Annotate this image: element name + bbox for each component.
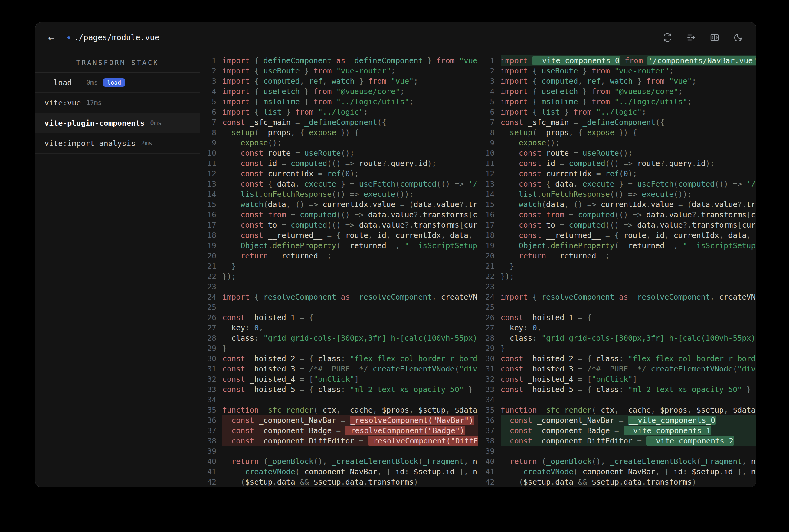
line-number: 17 [200,221,222,229]
line-number: 26 [200,313,222,322]
code-text: import { list } from "../logic"; [222,107,478,117]
modified-dot-icon [68,36,70,39]
transform-name: vite:import-analysis [44,139,135,148]
code-line: 23 [200,281,478,292]
code-line: 38 const _component_DiffEditor = _resolv… [200,436,478,446]
code-line: 29} [478,343,756,353]
code-line: 15 watch(data, () => currentIdx.value = … [200,199,478,209]
code-line: 15 watch(data, () => currentIdx.value = … [478,199,756,209]
transform-name: vite-plugin-components [44,119,145,128]
line-number: 10 [478,149,501,157]
line-number: 26 [478,313,501,322]
code-text: }); [501,271,756,281]
code-text: } [501,261,756,271]
line-number: 42 [200,478,222,486]
diff-word-highlight: _resolveComponent("NavBar") [350,416,474,425]
code-line: 8 setup(__props, { expose }) { [478,127,756,137]
code-line: 24import { resolveComponent as _resolveC… [478,292,756,302]
code-text: function _sfc_render(_ctx, _cache, $prop… [222,405,478,415]
code-text: const currentIdx = ref(0); [222,168,478,179]
code-text: import { computed, ref, watch } from "vu… [501,76,756,86]
code-text: const _sfc_main = _defineComponent({ [222,117,478,127]
code-text [501,302,756,312]
code-pane-before[interactable]: 1import { defineComponent as _defineComp… [200,53,478,487]
code-text: const id = computed(() => route?.query.i… [501,158,756,168]
code-text [222,395,478,405]
code-line: 25 [200,302,478,312]
code-line: 6import { list } from "../logic"; [200,107,478,117]
code-line: 39 [200,446,478,456]
code-text: watch(data, () => currentIdx.value = (da… [222,199,478,209]
code-text: const from = computed(() => data.value?.… [501,209,756,220]
line-number: 20 [200,251,222,260]
inline-diff-icon[interactable] [686,32,696,43]
inspector-window: ← ./pages/module.vue TRANSFORM STACK __l… [35,22,756,487]
code-line: 10 const route = useRoute(); [200,148,478,158]
transform-stack-item-vite-plugin-components[interactable]: vite-plugin-components0ms [35,113,200,133]
line-number: 1 [200,56,222,65]
code-text: const from = computed(() => data.value?.… [222,209,478,220]
code-text [501,446,756,456]
code-pane-after[interactable]: 1import __vite_components_0 from '/compo… [478,53,756,487]
transform-stack-item-vite-import-analysis[interactable]: vite:import-analysis2ms [35,133,200,154]
code-text: const to = computed(() => data.value?.tr… [501,220,756,230]
code-line: 30const _hoisted_2 = { class: "flex flex… [478,353,756,364]
code-line: 30const _hoisted_2 = { class: "flex flex… [200,353,478,364]
code-text: } [222,261,478,271]
code-line: 21 } [200,261,478,271]
line-number: 5 [200,97,222,106]
dark-mode-icon[interactable] [733,32,743,43]
line-number: 22 [478,272,501,281]
line-number: 34 [200,395,222,404]
split-view-icon[interactable] [710,32,720,43]
line-number: 10 [200,149,222,157]
line-number: 15 [200,200,222,209]
line-number: 42 [478,478,501,486]
line-number: 14 [478,190,501,198]
code-line: 17 const to = computed(() => data.value?… [478,220,756,230]
line-number: 4 [478,87,501,96]
code-line: 20 return __returned__; [478,251,756,261]
code-line: 39 [478,446,756,456]
code-text: key: 0, [222,323,478,333]
line-number: 37 [478,426,501,435]
refresh-icon[interactable] [662,32,673,43]
code-line: 9 expose(); [200,137,478,148]
code-text: const _hoisted_3 = /*#__PURE__*/_createE… [501,364,756,374]
code-text: const route = useRoute(); [501,148,756,158]
code-line: 42 ($setup.data && $setup.data.transform… [200,477,478,487]
transform-time: 17ms [86,99,102,107]
line-number: 5 [478,97,501,106]
code-text: const __returned__ = { route, id, curren… [501,230,756,240]
code-line: 36 const _component_NavBar = _resolveCom… [200,415,478,425]
code-line: 16 const from = computed(() => data.valu… [200,209,478,220]
code-text: const _component_DiffEditor = _resolveCo… [222,436,478,446]
code-text: import { computed, ref, watch } from "vu… [222,76,478,86]
code-line: 35function _sfc_render(_ctx, _cache, $pr… [478,405,756,415]
line-number: 16 [200,210,222,219]
transform-stack-item-vite-vue[interactable]: vite:vue17ms [35,93,200,113]
line-number: 25 [200,303,222,312]
transform-stack-item-load[interactable]: __load__0msload [35,73,200,93]
code-line: 3import { computed, ref, watch } from "v… [478,76,756,86]
code-text: const { data, execute } = useFetch(compu… [501,179,756,189]
code-text [222,302,478,312]
transform-stack-title: TRANSFORM STACK [35,53,200,73]
code-line: 24import { resolveComponent as _resolveC… [200,292,478,302]
back-button[interactable]: ← [48,32,55,43]
code-line: 3import { computed, ref, watch } from "v… [200,76,478,86]
line-number: 41 [200,467,222,476]
line-number: 11 [200,159,222,168]
line-number: 19 [200,241,222,250]
code-text: function _sfc_render(_ctx, _cache, $prop… [501,405,756,415]
code-text: ($setup.data && $setup.data.transforms) [501,477,756,487]
code-text: const { data, execute } = useFetch(compu… [222,179,478,189]
code-text [501,395,756,405]
window-body: TRANSFORM STACK __load__0msloadvite:vue1… [35,53,756,487]
line-number: 38 [478,436,501,445]
line-number: 40 [200,457,222,466]
code-line: 25 [478,302,756,312]
line-number: 9 [200,138,222,147]
code-line: 16 const from = computed(() => data.valu… [478,209,756,220]
code-text: const _hoisted_2 = { class: "flex flex-c… [222,353,478,364]
